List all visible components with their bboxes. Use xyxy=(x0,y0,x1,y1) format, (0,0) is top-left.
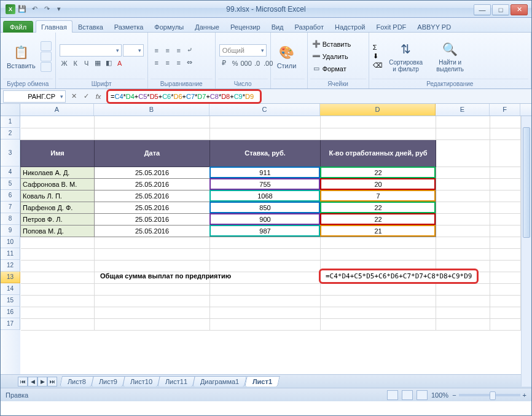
row-3[interactable]: 3 xyxy=(1,139,20,167)
zoom-out-icon[interactable]: − xyxy=(452,391,456,399)
row-5[interactable]: 5 xyxy=(1,178,20,190)
header-rate[interactable]: Ставка, руб. xyxy=(210,139,321,167)
tab-addins[interactable]: Надстрой xyxy=(329,20,370,33)
align-top-button[interactable]: ≡ xyxy=(152,45,162,56)
tab-developer[interactable]: Разработ xyxy=(289,20,329,33)
tab-view[interactable]: Вид xyxy=(266,20,289,33)
sheet-first-icon[interactable]: ⏮ xyxy=(18,377,28,387)
align-middle-button[interactable]: ≡ xyxy=(163,45,173,56)
sheet-next-icon[interactable]: ▶ xyxy=(37,377,47,387)
redo-icon[interactable]: ↷ xyxy=(41,4,52,15)
align-left-button[interactable]: ≡ xyxy=(152,57,162,68)
zoom-level[interactable]: 100% xyxy=(431,391,448,399)
sheet-tab[interactable]: Лист9 xyxy=(91,376,125,387)
font-name-combo[interactable] xyxy=(60,44,122,57)
view-layout-button[interactable] xyxy=(402,390,413,400)
tab-review[interactable]: Рецензир xyxy=(225,20,266,33)
autosum-button[interactable]: Σ xyxy=(373,44,383,51)
font-size-combo[interactable] xyxy=(123,44,144,57)
number-format-combo[interactable]: Общий xyxy=(219,44,267,57)
view-normal-button[interactable] xyxy=(387,390,398,400)
row-16[interactable]: 16 xyxy=(1,307,20,318)
save-icon[interactable]: 💾 xyxy=(17,4,28,15)
sheet-tab[interactable]: Диаграмма1 xyxy=(193,376,248,387)
tab-data[interactable]: Данные xyxy=(189,20,225,33)
tab-foxit[interactable]: Foxit PDF xyxy=(370,20,412,33)
minimize-button[interactable]: ― xyxy=(474,4,491,15)
underline-button[interactable]: Ч xyxy=(82,58,92,69)
wrap-text-button[interactable]: ⤶ xyxy=(185,45,195,56)
format-cells-button[interactable]: ▭ xyxy=(311,63,321,74)
row-4[interactable]: 4 xyxy=(1,167,20,178)
row-13[interactable]: 13 xyxy=(1,272,20,283)
header-name[interactable]: Имя xyxy=(21,139,95,167)
sheet-tab-active[interactable]: Лист1 xyxy=(244,376,280,387)
row-14[interactable]: 14 xyxy=(1,283,20,295)
summary-label[interactable]: Общая сумма выплат по предприятию xyxy=(100,272,231,280)
clear-button[interactable]: ⌫ xyxy=(373,61,383,69)
sheet-tab[interactable]: Лист11 xyxy=(157,376,195,387)
undo-icon[interactable]: ↶ xyxy=(29,4,40,15)
format-painter-button[interactable] xyxy=(41,62,52,72)
header-date[interactable]: Дата xyxy=(95,139,210,167)
tab-home[interactable]: Главная xyxy=(36,20,72,33)
copy-button[interactable] xyxy=(41,52,52,61)
tab-insert[interactable]: Вставка xyxy=(72,20,109,33)
col-E[interactable]: E xyxy=(436,104,490,116)
active-cell-formula[interactable]: =C4*D4+C5*D5+C6*D6+C7*D7+C8*D8+C9*D9 xyxy=(319,269,479,284)
border-button[interactable]: ▦ xyxy=(93,58,103,69)
currency-button[interactable]: ₽ xyxy=(219,58,229,69)
formula-input[interactable]: =C4*D4+C5*D5+C6*D6+C7*D7+C8*D8+C9*D9 xyxy=(106,90,531,103)
row-11[interactable]: 11 xyxy=(1,248,20,260)
find-select-button[interactable]: 🔍Найти и выделить xyxy=(429,39,471,74)
sheet-tab[interactable]: Лист10 xyxy=(122,376,160,387)
italic-button[interactable]: К xyxy=(71,58,80,69)
sheet-prev-icon[interactable]: ◀ xyxy=(28,377,37,387)
row-2[interactable]: 2 xyxy=(1,128,20,139)
insert-cells-button[interactable]: ➕ xyxy=(311,39,321,50)
merge-button[interactable]: ⇔ xyxy=(185,57,195,68)
maximize-button[interactable]: □ xyxy=(492,4,509,15)
cancel-formula-icon[interactable]: ✕ xyxy=(69,92,78,100)
tab-formulas[interactable]: Формулы xyxy=(149,20,189,33)
align-bottom-button[interactable]: ≡ xyxy=(174,45,184,56)
tab-abbyy[interactable]: ABBYY PD xyxy=(412,20,456,33)
sort-filter-button[interactable]: ⇅Сортировка и фильтр xyxy=(385,39,427,74)
row-15[interactable]: 15 xyxy=(1,295,20,307)
align-right-button[interactable]: ≡ xyxy=(174,57,184,68)
sheet-last-icon[interactable]: ⏭ xyxy=(47,377,57,387)
align-center-button[interactable]: ≡ xyxy=(163,57,173,68)
row-17[interactable]: 17 xyxy=(1,318,20,330)
tab-layout[interactable]: Разметка xyxy=(109,20,149,33)
inc-decimal-button[interactable]: .0 xyxy=(252,58,262,69)
row-9[interactable]: 9 xyxy=(1,225,20,237)
bold-button[interactable]: Ж xyxy=(60,58,69,69)
scrollbar-thumb[interactable] xyxy=(523,127,530,238)
fill-button[interactable]: ⬇ xyxy=(373,52,383,60)
font-color-button[interactable]: A xyxy=(115,58,125,69)
row-12[interactable]: 12 xyxy=(1,260,20,272)
row-1[interactable]: 1 xyxy=(1,116,20,128)
zoom-slider[interactable]: −+ xyxy=(452,391,526,399)
cut-button[interactable] xyxy=(41,41,52,51)
fill-color-button[interactable]: ◧ xyxy=(104,58,114,69)
vertical-scrollbar[interactable] xyxy=(521,116,531,387)
comma-button[interactable]: 000 xyxy=(241,58,251,69)
col-C[interactable]: C xyxy=(209,104,320,116)
zoom-in-icon[interactable]: + xyxy=(523,391,526,399)
tab-file[interactable]: Файл xyxy=(3,21,33,33)
percent-button[interactable]: % xyxy=(230,58,240,69)
select-all-button[interactable] xyxy=(1,104,20,116)
cell-grid[interactable]: Имя Дата Ставка, руб. К-во отработанных … xyxy=(20,116,531,374)
styles-button[interactable]: 🎨Стили xyxy=(275,42,299,71)
row-7[interactable]: 7 xyxy=(1,202,20,213)
col-D[interactable]: D xyxy=(320,104,436,116)
qat-more-icon[interactable]: ▾ xyxy=(53,4,65,15)
row-6[interactable]: 6 xyxy=(1,190,20,202)
name-box[interactable]: РАНГ.СР xyxy=(3,90,66,103)
dec-decimal-button[interactable]: .00 xyxy=(264,58,273,69)
enter-formula-icon[interactable]: ✓ xyxy=(82,92,90,100)
fx-icon[interactable]: fx xyxy=(94,93,103,100)
delete-cells-button[interactable]: ➖ xyxy=(311,51,321,62)
col-F[interactable]: F xyxy=(490,104,520,116)
